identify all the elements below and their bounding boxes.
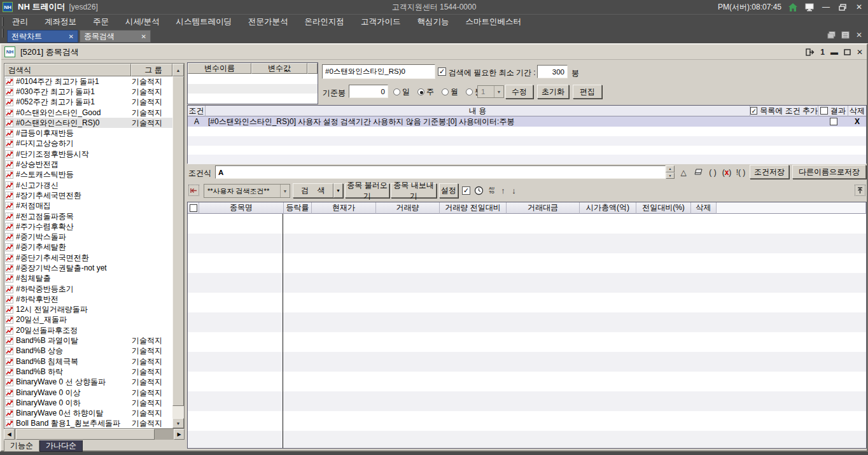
horizontal-scrollbar-thumb[interactable] xyxy=(16,429,155,440)
screen-tab-1[interactable]: 종목검색✕ xyxy=(80,30,151,43)
condition-row[interactable]: A[#0스탠와인스타인_RS)0] 사용자 설정 검색기간 사용하지 않음 기준… xyxy=(188,116,866,127)
result-all-checkbox[interactable] xyxy=(820,107,828,115)
restore-icon[interactable] xyxy=(837,3,848,11)
remove-parentheses-icon[interactable]: (x) xyxy=(720,166,733,178)
search-expression-item[interactable]: BinaryWave 0 이상기술적지 xyxy=(4,388,172,398)
search-expression-item[interactable]: #중기추세탈환 xyxy=(4,242,172,253)
send-to-top-icon[interactable] xyxy=(855,185,865,196)
tab-close-icon[interactable]: ✕ xyxy=(141,33,146,40)
results-column-header-6[interactable]: 시가총액(억) xyxy=(580,202,636,214)
edit-button[interactable]: 편집 xyxy=(573,85,602,99)
column-header-result[interactable]: 결과 xyxy=(818,106,848,116)
variable-row[interactable] xyxy=(188,74,318,84)
variable-row[interactable] xyxy=(188,84,318,94)
expression-spinner[interactable]: ▲▼ xyxy=(666,165,675,179)
minimize-icon[interactable]: — xyxy=(821,3,831,11)
period-radio-주[interactable]: 주 xyxy=(417,87,434,97)
parentheses-icon[interactable]: ( ) xyxy=(706,166,719,178)
vertical-scrollbar[interactable]: ▼ xyxy=(172,76,184,428)
scroll-left-icon[interactable]: ◀ xyxy=(4,429,15,440)
insert-to-list-icon[interactable] xyxy=(188,185,199,196)
export-stocks-button[interactable]: 종목 내보내기 xyxy=(391,183,437,198)
home-icon[interactable] xyxy=(788,3,798,11)
menu-item-1[interactable]: 계좌정보 xyxy=(36,17,85,27)
scroll-right-icon[interactable]: ▶ xyxy=(174,429,185,440)
auto-icon[interactable]: AUTO xyxy=(486,185,497,196)
preset-dropdown[interactable]: **사용자 검색조건** ▼ xyxy=(204,184,290,198)
column-header-group[interactable]: 그 룹 xyxy=(131,64,172,76)
delete-condition-button[interactable]: X xyxy=(848,117,866,126)
min-period-checkbox[interactable]: ✓ xyxy=(438,67,446,76)
sort-tab-1[interactable]: 가나다순 xyxy=(39,440,83,452)
search-expression-item[interactable]: #중단기추세국면전환 xyxy=(4,253,172,263)
menu-item-5[interactable]: 전문가분석 xyxy=(240,17,297,27)
expression-name-input[interactable] xyxy=(322,64,435,79)
search-expression-item[interactable]: #저점매집 xyxy=(4,201,172,211)
save-condition-button[interactable]: 조건저장 xyxy=(750,165,789,179)
select-all-checkbox[interactable] xyxy=(190,204,197,212)
sort-tab-0[interactable]: 기능순 xyxy=(4,440,39,452)
search-expression-item[interactable]: #침체탈출 xyxy=(4,274,172,284)
move-up-icon[interactable]: ↑ xyxy=(498,185,508,196)
search-expression-item[interactable]: Band%B 과열이탈기술적지 xyxy=(4,335,172,346)
eraser-icon[interactable] xyxy=(692,166,704,178)
search-expression-item[interactable]: BinaryWave 0 선 상향돌파기술적지 xyxy=(4,377,172,388)
min-period-input[interactable] xyxy=(537,65,568,78)
not-parentheses-icon[interactable]: !( ) xyxy=(734,166,747,178)
results-column-header-0[interactable]: 종목명 xyxy=(199,202,284,214)
window-maximize-icon[interactable] xyxy=(844,49,851,55)
window-list-icon[interactable] xyxy=(840,31,850,39)
menu-item-6[interactable]: 온라인지점 xyxy=(296,17,353,27)
search-expression-item[interactable]: #장기추세국면전환 xyxy=(4,190,172,200)
menu-item-3[interactable]: 시세/분석 xyxy=(117,17,167,27)
scroll-up-icon[interactable]: ▲ xyxy=(172,64,184,76)
results-column-header-4[interactable]: 거래량 전일대비 xyxy=(440,202,507,214)
search-expression-item[interactable]: 20일선돌파후조정 xyxy=(4,325,172,335)
column-header-expression[interactable]: 검색식 xyxy=(4,64,131,76)
menu-item-7[interactable]: 고객가이드 xyxy=(353,17,409,27)
period-radio-일[interactable]: 일 xyxy=(393,87,410,97)
search-expression-item[interactable]: #중장기박스권탈출-not yet xyxy=(4,263,172,273)
result-checkbox[interactable] xyxy=(830,118,837,125)
search-expression-item[interactable]: #단기조정후반등시작 xyxy=(4,149,172,159)
screen-number-badge[interactable]: 1 xyxy=(820,48,825,57)
variable-column-header-0[interactable]: 변수이름 xyxy=(188,63,251,74)
search-expression-item[interactable]: Band%B 상승기술적지 xyxy=(4,346,172,356)
reset-button[interactable]: 초기화 xyxy=(537,85,569,99)
triangle-tool-icon[interactable]: △ xyxy=(677,166,690,178)
results-column-header-2[interactable]: 현재가 xyxy=(312,202,376,214)
menu-item-9[interactable]: 스마트인베스터 xyxy=(457,17,529,27)
search-expression-item[interactable]: #0104주간 최고가 돌파1기술적지 xyxy=(4,76,172,87)
load-stocks-button[interactable]: 종목 불러오기 xyxy=(345,183,389,198)
minute-dropdown[interactable]: 1 ▼ xyxy=(477,85,504,98)
column-header-add-to-list[interactable]: ✓ 목록에 조건 추가 xyxy=(750,106,818,116)
menu-item-0[interactable]: 관리 xyxy=(4,17,36,27)
search-options-arrow[interactable]: ▼ xyxy=(333,183,343,198)
select-all-checkbox-header[interactable] xyxy=(188,202,199,214)
search-button[interactable]: 검 색 xyxy=(293,183,333,198)
search-expression-item[interactable]: #급등이후재반등 xyxy=(4,128,172,138)
search-expression-item[interactable]: BinaryWave 0선 하향이탈기술적지 xyxy=(4,409,172,419)
tab-close-icon[interactable]: ✕ xyxy=(69,33,74,40)
window-minimize-icon[interactable]: ▬ xyxy=(830,48,838,57)
search-expression-item[interactable]: #0스탠와인스타인_RS)0기술적지 xyxy=(4,118,172,128)
scroll-down-icon[interactable]: ▼ xyxy=(172,418,184,428)
close-icon[interactable]: ✕ xyxy=(854,3,864,11)
search-expression-item[interactable]: #주가수렴후확산 xyxy=(4,221,172,232)
realtime-checkbox-icon[interactable]: ✓ xyxy=(461,185,472,196)
search-expression-item[interactable]: #전고점돌파종목 xyxy=(4,211,172,221)
add-to-list-checkbox[interactable]: ✓ xyxy=(750,107,757,115)
search-expression-item[interactable]: 20일선_재돌파 xyxy=(4,315,172,325)
search-expression-item[interactable]: #052주간 최고가 돌파1기술적지 xyxy=(4,97,172,108)
menu-item-4[interactable]: 시스템트레이딩 xyxy=(167,17,240,27)
search-expression-item[interactable]: #신고가갱신 xyxy=(4,180,172,190)
results-column-header-5[interactable]: 거래대금 xyxy=(507,202,580,214)
results-column-header-7[interactable]: 전일대비(%) xyxy=(636,202,691,214)
search-expression-item[interactable]: #다지고상승하기 xyxy=(4,139,172,149)
search-expression-item[interactable]: #상승반전갭 xyxy=(4,159,172,169)
search-expression-item[interactable]: #하락중반등초기 xyxy=(4,284,172,294)
menu-item-2[interactable]: 주문 xyxy=(85,17,117,27)
search-expression-item[interactable]: #중기박스돌파 xyxy=(4,232,172,242)
expression-input[interactable] xyxy=(215,165,666,179)
clock-icon[interactable] xyxy=(473,185,484,196)
